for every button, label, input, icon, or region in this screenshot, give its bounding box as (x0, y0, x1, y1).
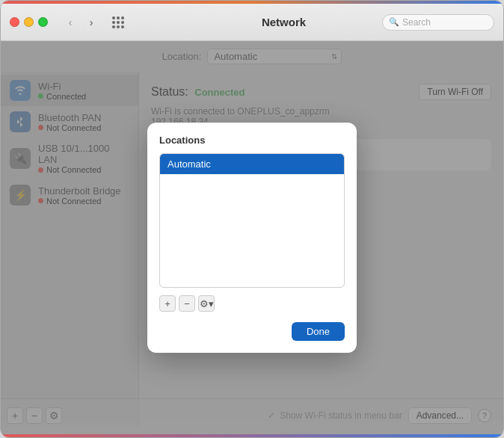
app-grid-dots (112, 16, 124, 28)
grid-icon[interactable] (109, 13, 127, 31)
modal-toolbar: + − ⚙ ▾ (159, 295, 345, 312)
locations-list: Automatic (159, 153, 345, 288)
modal-overlay: Locations Automatic + − ⚙ ▾ Done (1, 41, 503, 434)
search-bar[interactable]: 🔍 Search (382, 14, 494, 31)
location-item-automatic[interactable]: Automatic (160, 154, 344, 174)
remove-location-button[interactable]: − (179, 295, 195, 312)
search-icon: 🔍 (389, 17, 399, 27)
modal-actions: Done (159, 322, 345, 341)
search-placeholder: Search (402, 17, 431, 28)
main-window: ‹ › Network 🔍 Search Location: (0, 0, 504, 438)
add-location-button[interactable]: + (159, 295, 176, 312)
close-button[interactable] (10, 17, 19, 27)
nav-buttons: ‹ › (61, 13, 100, 31)
back-button[interactable]: ‹ (61, 13, 79, 31)
locations-modal: Locations Automatic + − ⚙ ▾ Done (147, 123, 357, 353)
gear-icon: ⚙ (200, 298, 209, 309)
maximize-button[interactable] (38, 17, 48, 27)
gear-location-button[interactable]: ⚙ ▾ (198, 295, 215, 312)
modal-title: Locations (159, 135, 345, 146)
done-button[interactable]: Done (292, 322, 345, 341)
chevron-down-icon: ▾ (209, 298, 214, 309)
window-accent-bottom (1, 434, 503, 437)
forward-button[interactable]: › (82, 13, 100, 31)
traffic-lights (10, 17, 48, 27)
window-accent (1, 1, 503, 4)
minimize-button[interactable] (24, 17, 34, 27)
titlebar: ‹ › Network 🔍 Search (1, 4, 503, 41)
